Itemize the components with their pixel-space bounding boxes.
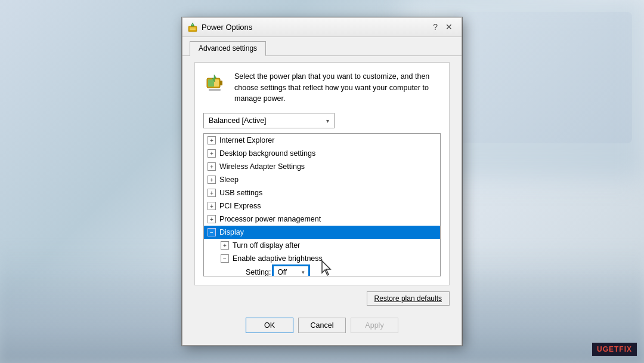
svg-point-3: [192, 24, 193, 26]
expand-icon: −: [221, 254, 229, 263]
expand-icon: +: [208, 149, 216, 158]
overlay: Power Options ? ✕ Advanced settings: [0, 0, 644, 363]
expand-icon: +: [208, 189, 216, 197]
close-button[interactable]: ✕: [441, 20, 457, 34]
ok-button[interactable]: OK: [246, 318, 293, 333]
tree-item-usb[interactable]: + USB settings: [204, 186, 440, 199]
main-buttons: OK Cancel Apply: [194, 314, 450, 339]
expand-icon: +: [208, 202, 216, 210]
tab-strip: Advanced settings: [182, 37, 462, 56]
power-plan-icon: [205, 71, 226, 95]
setting-label: Setting:: [246, 268, 271, 276]
expand-icon: +: [208, 215, 216, 223]
bottom-area: Restore plan defaults OK Cancel Apply: [188, 291, 456, 339]
svg-rect-0: [188, 26, 197, 32]
cancel-button[interactable]: Cancel: [298, 318, 346, 333]
restore-area: Restore plan defaults: [194, 291, 450, 310]
tree-item-sleep[interactable]: + Sleep: [204, 173, 440, 186]
expand-icon: +: [208, 162, 216, 171]
tree-item-internet-explorer[interactable]: + Internet Explorer: [204, 134, 440, 147]
dropdown-value: Balanced [Active]: [209, 116, 326, 125]
tree-item-turn-off-display[interactable]: + Turn off display after: [204, 239, 440, 252]
setting-sub-row: Setting: Off ▾: [204, 265, 440, 276]
content-area: Select the power plan that you want to c…: [194, 62, 450, 285]
dropdown-container: Balanced [Active] ▾: [203, 113, 441, 128]
svg-rect-2: [190, 29, 196, 30]
restore-plan-defaults-button[interactable]: Restore plan defaults: [367, 291, 450, 306]
help-button[interactable]: ?: [429, 20, 441, 34]
svg-rect-5: [220, 81, 222, 85]
power-options-icon: [187, 21, 198, 32]
watermark-suffix: FIX: [619, 345, 632, 353]
expand-icon: −: [208, 228, 216, 236]
svg-rect-1: [190, 27, 196, 29]
tree-item-desktop-bg[interactable]: + Desktop background settings: [204, 147, 440, 160]
power-options-dialog: Power Options ? ✕ Advanced settings: [182, 17, 462, 346]
plan-dropdown[interactable]: Balanced [Active] ▾: [203, 113, 335, 128]
watermark: UGETFIX: [592, 343, 637, 356]
dialog-body: Select the power plan that you want to c…: [182, 56, 462, 345]
apply-button[interactable]: Apply: [351, 318, 398, 333]
tree-list[interactable]: + Internet Explorer + Desktop background…: [204, 134, 440, 276]
expand-icon: +: [221, 241, 229, 250]
expand-icon: +: [208, 176, 216, 184]
description-text: Select the power plan that you want to c…: [234, 71, 441, 104]
setting-value: Off: [277, 268, 302, 276]
tree-container: + Internet Explorer + Desktop background…: [203, 133, 441, 276]
description-area: Select the power plan that you want to c…: [203, 71, 441, 104]
tree-item-display[interactable]: − Display: [204, 226, 440, 239]
dialog-title: Power Options: [202, 23, 429, 32]
advanced-settings-tab[interactable]: Advanced settings: [190, 41, 266, 56]
tree-item-adaptive-brightness[interactable]: − Enable adaptive brightness: [204, 252, 440, 265]
tree-item-wireless[interactable]: + Wireless Adapter Settings: [204, 160, 440, 173]
tree-item-pci[interactable]: + PCI Express: [204, 199, 440, 213]
setting-value-dropdown[interactable]: Off ▾: [273, 266, 309, 276]
expand-icon: +: [208, 136, 216, 144]
title-bar: Power Options ? ✕: [182, 18, 462, 37]
watermark-prefix: UGET: [597, 345, 619, 353]
svg-rect-8: [209, 89, 221, 91]
power-icon-container: [203, 71, 227, 95]
setting-dropdown-arrow-icon: ▾: [302, 269, 305, 275]
tree-item-processor[interactable]: + Processor power management: [204, 213, 440, 226]
svg-rect-7: [208, 79, 214, 87]
dropdown-arrow-icon: ▾: [326, 118, 329, 124]
